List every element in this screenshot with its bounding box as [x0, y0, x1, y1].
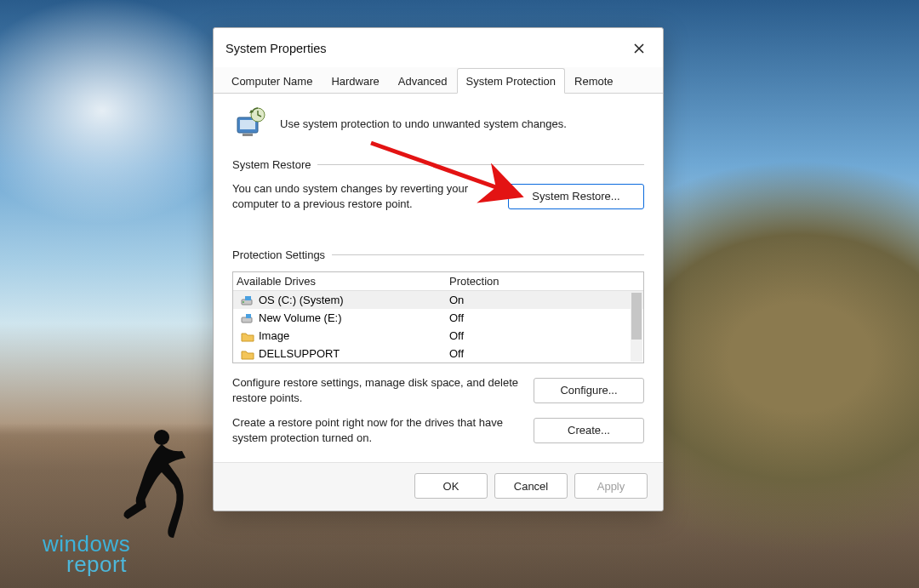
- window-title: System Properties: [225, 42, 326, 55]
- col-available-drives: Available Drives: [237, 275, 449, 288]
- drive-name: OS (C:) (System): [259, 294, 449, 306]
- watermark-line2: report: [43, 554, 130, 575]
- col-protection: Protection: [449, 275, 628, 288]
- protection-settings-legend: Protection Settings: [232, 248, 325, 261]
- intro-row: Use system protection to undo unwanted s…: [232, 106, 644, 141]
- titlebar: System Properties: [214, 28, 663, 67]
- tab-advanced[interactable]: Advanced: [389, 68, 457, 94]
- drive-row[interactable]: DELLSUPPORT Off: [233, 345, 643, 363]
- configure-button[interactable]: Configure...: [534, 378, 644, 403]
- drives-scrollbar[interactable]: [631, 293, 642, 362]
- drive-row[interactable]: OS (C:) (System) On: [233, 291, 643, 309]
- tab-computer-name[interactable]: Computer Name: [222, 68, 322, 94]
- protection-settings-group: Protection Settings Available Drives Pro…: [232, 248, 644, 445]
- drive-row[interactable]: New Volume (E:) Off: [233, 309, 643, 327]
- svg-point-8: [243, 301, 244, 303]
- close-icon: [633, 43, 645, 54]
- drive-name: DELLSUPPORT: [259, 347, 449, 360]
- drive-row[interactable]: Image Off: [233, 327, 643, 345]
- watermark-logo: windows report: [43, 534, 130, 575]
- disk-icon: [237, 312, 259, 324]
- drives-list[interactable]: Available Drives Protection OS (C:) (Sys…: [232, 271, 644, 363]
- cancel-button[interactable]: Cancel: [494, 473, 568, 499]
- configure-desc: Configure restore settings, manage disk …: [232, 375, 520, 405]
- system-restore-legend: System Restore: [232, 158, 311, 171]
- runner-silhouette: [119, 425, 196, 545]
- create-button[interactable]: Create...: [534, 418, 644, 443]
- svg-rect-7: [245, 296, 251, 300]
- system-restore-group: System Restore You can undo system chang…: [232, 158, 644, 211]
- drive-protection: Off: [449, 329, 640, 342]
- system-restore-button[interactable]: System Restore...: [508, 184, 644, 209]
- folder-icon: [237, 348, 259, 360]
- system-protection-icon: [232, 106, 268, 141]
- disk-system-icon: [237, 294, 259, 306]
- folder-icon: [237, 330, 259, 342]
- drive-name: New Volume (E:): [259, 311, 449, 324]
- drive-protection: Off: [449, 311, 640, 324]
- drive-protection: On: [449, 294, 640, 306]
- dialog-footer: OK Cancel Apply: [214, 462, 663, 511]
- dialog-body: Use system protection to undo unwanted s…: [214, 94, 663, 462]
- system-properties-dialog: System Properties Computer Name Hardware…: [213, 27, 664, 511]
- apply-button: Apply: [574, 473, 648, 499]
- tab-system-protection[interactable]: System Protection: [457, 68, 566, 94]
- close-button[interactable]: [627, 37, 651, 60]
- drives-header: Available Drives Protection: [233, 272, 643, 291]
- tab-remote[interactable]: Remote: [565, 68, 623, 94]
- svg-rect-3: [243, 134, 253, 136]
- system-restore-desc: You can undo system changes by reverting…: [232, 181, 494, 211]
- ok-button[interactable]: OK: [414, 473, 488, 499]
- intro-text: Use system protection to undo unwanted s…: [280, 117, 567, 130]
- drive-protection: Off: [449, 347, 640, 360]
- svg-rect-10: [246, 314, 251, 318]
- svg-point-0: [154, 430, 169, 445]
- create-desc: Create a restore point right now for the…: [232, 415, 520, 445]
- tab-hardware[interactable]: Hardware: [322, 68, 388, 94]
- svg-rect-2: [240, 120, 255, 129]
- scroll-thumb[interactable]: [631, 293, 642, 340]
- drive-name: Image: [259, 329, 449, 342]
- tab-row: Computer Name Hardware Advanced System P…: [214, 67, 663, 94]
